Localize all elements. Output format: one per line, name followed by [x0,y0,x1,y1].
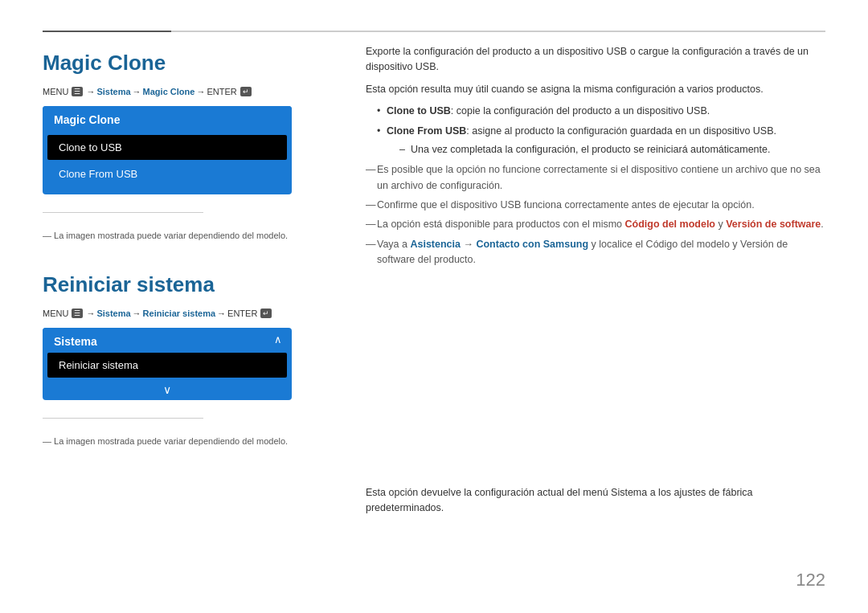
step2-label2: Reiniciar sistema [143,309,216,318]
chevron-down-icon: ∨ [43,379,292,400]
section1-image-note: La imagen mostrada puede variar dependie… [43,231,340,240]
dash-note-1: Es posible que la opción no funcione cor… [366,162,825,194]
section2-desc: Esta opción devuelve la configuración ac… [366,485,825,517]
right-column: Exporte la configuración del producto a … [366,44,825,522]
desc-para2: Esta opción resulta muy útil cuando se a… [366,82,825,97]
enter-label2: ENTER [227,309,257,318]
clone-from-usb-item[interactable]: Clone From USB [47,161,287,186]
enter-icon2: ↵ [260,309,272,318]
magic-clone-widget: Magic Clone Clone to USB Clone From USB [43,106,292,194]
bullet1-bold: Clone to USB [387,105,451,116]
menu-label2: MENU [43,309,68,318]
sub-bullet-list: Una vez completada la configuración, el … [399,142,825,157]
dash-note-4: Vaya a Asistencia → Contacto con Samsung… [366,237,825,268]
section2-image-note: La imagen mostrada puede variar dependie… [43,436,340,446]
section1-left: Magic Clone MENU ☰ → Sistema → Magic Clo… [43,44,340,446]
section1-menu-path: MENU ☰ → Sistema → Magic Clone → ENTER ↵ [43,87,340,96]
bold-software: Versión de software [726,219,821,230]
bullet2-rest: : asigne al producto la configuración gu… [466,125,776,137]
reiniciar-sistema-item[interactable]: Reiniciar sistema [47,353,287,378]
menu-icon2: ☰ [72,309,83,318]
bullet-list: Clone to USB: copie la configuración del… [377,104,825,157]
chevron-up-icon: ∧ [274,333,292,345]
bold-modelo: Código del modelo [625,219,716,230]
step1-label2: Sistema [96,309,130,318]
bullet2-bold: Clone From USB [387,125,466,137]
section1-divider [43,212,203,213]
step1-label: Sistema [96,87,130,96]
dash-note-3: La opción está disponible para productos… [366,217,825,232]
top-border [43,31,825,32]
section2-divider [43,418,203,419]
section2-menu-path: MENU ☰ → Sistema → Reiniciar sistema → E… [43,309,340,318]
bullet-item-1: Clone to USB: copie la configuración del… [377,104,825,119]
widget-header: Magic Clone [43,106,292,133]
link-asistencia: Asistencia [410,239,461,250]
widget-header2: Sistema [43,328,108,351]
menu-label: MENU [43,87,68,96]
section1-title: Magic Clone [43,51,340,76]
enter-label: ENTER [207,87,236,96]
bold-modelo2: Código del modelo [646,239,730,250]
sub-bullet-1: Una vez completada la configuración, el … [399,142,825,157]
sistema-widget: Sistema ∧ Reiniciar sistema ∨ [43,328,292,400]
step2-label: Magic Clone [143,87,195,96]
dash-note-2: Confirme que el dispositivo USB funciona… [366,198,825,213]
desc-para1: Exporte la configuración del producto a … [366,44,825,76]
menu-icon: ☰ [72,87,83,96]
bullet1-rest: : copie la configuración del producto a … [451,105,710,116]
clone-to-usb-item[interactable]: Clone to USB [47,135,287,160]
bullet-item-2: Clone From USB: asigne al producto la co… [377,124,825,158]
section2-title: Reiniciar sistema [43,272,340,297]
page-number: 122 [796,570,825,591]
enter-icon: ↵ [240,87,252,96]
link-contacto: Contacto con Samsung [476,239,588,250]
